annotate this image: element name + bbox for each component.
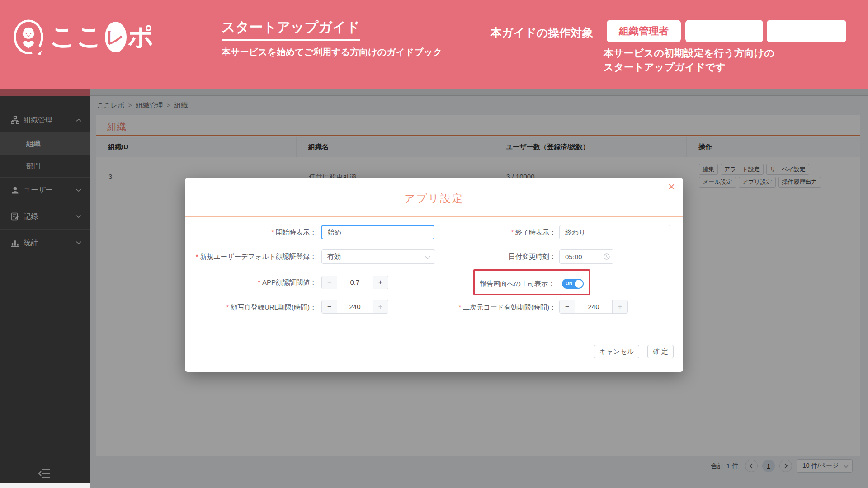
supervisor-display-toggle[interactable]: ON: [562, 279, 584, 289]
guide-title-block: スタートアップガイド 本サービスを始めてご利用する方向けのガイドブック: [222, 18, 442, 58]
start-display-input[interactable]: [321, 225, 434, 239]
end-display-label: *終了時表示：: [511, 225, 556, 239]
qr-limit-stepper: − 240 +: [559, 300, 628, 314]
close-icon[interactable]: ×: [668, 181, 675, 192]
confirm-button[interactable]: 確 定: [647, 345, 674, 358]
logo-re-badge: レ: [105, 22, 127, 52]
toggle-on-text: ON: [566, 281, 572, 286]
face-url-stepper: − 240 +: [321, 300, 388, 314]
supervisor-display-label: 報告画面への上司表示：: [480, 277, 555, 291]
face-register-label: *新規ユーザーデフォルト顔認証登録：: [196, 249, 316, 264]
increase-button[interactable]: +: [373, 276, 388, 289]
toggle-knob: [575, 280, 583, 288]
guide-description: 本サービスの初期設定を行う方向けの スタートアップガイドです: [604, 46, 774, 74]
face-url-label: *顔写真登録URL期限(時間)：: [226, 300, 316, 314]
modal-title-divider: [185, 216, 683, 217]
guide-title: スタートアップガイド: [222, 18, 360, 41]
app-threshold-stepper: − 0.7 +: [321, 276, 388, 289]
app-threshold-label: *APP顔認証閾値：: [258, 275, 316, 290]
end-display-input[interactable]: [559, 225, 670, 239]
qr-limit-value[interactable]: 240: [575, 300, 612, 313]
app-settings-modal: × アプリ設定 *開始時表示： *終了時表示： *新規ユーザーデフォルト顔認証登…: [185, 178, 683, 372]
role-button-empty-1[interactable]: [685, 20, 763, 42]
chevron-down-icon: [425, 256, 430, 259]
increase-button-disabled[interactable]: +: [612, 300, 627, 313]
guide-banner: ここレポ スタートアップガイド 本サービスを始めてご利用する方向けのガイドブック…: [0, 0, 868, 89]
guide-subtitle: 本サービスを始めてご利用する方向けのガイドブック: [222, 46, 442, 58]
target-role-button[interactable]: 組織管理者: [607, 20, 681, 42]
face-register-select[interactable]: 有効: [321, 249, 435, 264]
qr-limit-label: *二次元コード有効期限(時間)：: [458, 300, 556, 314]
mascot-logo-icon: [13, 14, 44, 61]
cancel-button[interactable]: キャンセル: [594, 345, 639, 358]
app-logo-text: ここレポ: [50, 20, 155, 54]
decrease-button[interactable]: −: [560, 300, 575, 313]
app-threshold-value[interactable]: 0.7: [337, 276, 373, 289]
app-logo: ここレポ: [13, 14, 155, 61]
supervisor-highlight-box: 報告画面への上司表示： ON: [473, 269, 590, 295]
role-button-empty-2[interactable]: [767, 20, 846, 42]
decrease-button[interactable]: −: [322, 300, 337, 313]
decrease-button[interactable]: −: [322, 276, 337, 289]
date-change-label: 日付変更時刻：: [509, 249, 556, 264]
date-change-time-field: [559, 249, 613, 264]
sidebar-bottom-strip: [0, 483, 90, 488]
guide-target-label: 本ガイドの操作対象: [491, 25, 593, 40]
clock-icon: [604, 253, 610, 260]
screen: ここレポ スタートアップガイド 本サービスを始めてご利用する方向けのガイドブック…: [0, 0, 868, 488]
face-url-value[interactable]: 240: [337, 300, 373, 313]
modal-title: アプリ設定: [185, 192, 683, 206]
start-display-label: *開始時表示：: [271, 225, 316, 239]
increase-button-disabled[interactable]: +: [373, 300, 388, 313]
